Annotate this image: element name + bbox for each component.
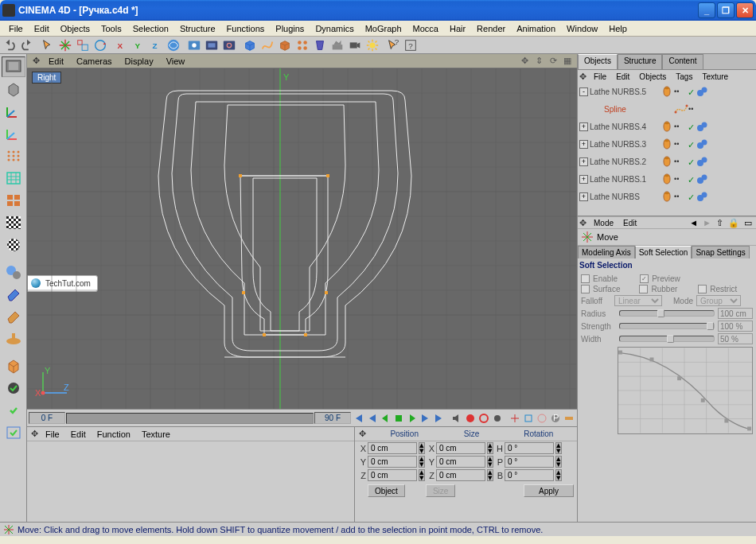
falloff-select[interactable]: Linear — [614, 295, 662, 306]
attr-tab-snap[interactable]: Snap Settings — [692, 246, 749, 258]
size-Y-input[interactable] — [436, 456, 485, 468]
key-sel[interactable] — [491, 412, 504, 425]
key-rot[interactable] — [536, 412, 548, 425]
array-tool[interactable] — [294, 37, 311, 53]
layer-dots[interactable]: •• — [674, 175, 682, 183]
attr-menu-edit[interactable]: Edit — [618, 218, 641, 228]
obj-menu-tags[interactable]: Tags — [671, 72, 697, 82]
obj-menu-objects[interactable]: Objects — [634, 72, 671, 82]
attr-lock-icon[interactable]: 🔒 — [726, 218, 742, 228]
radius-slider[interactable] — [619, 310, 715, 317]
light-tool[interactable] — [364, 37, 381, 53]
attr-menu-mode[interactable]: Mode — [589, 218, 618, 228]
select-help[interactable]: ? — [384, 37, 402, 53]
menu-structure[interactable]: Structure — [174, 22, 221, 35]
make-editable[interactable] — [2, 356, 25, 376]
tree-expand[interactable]: + — [579, 192, 588, 201]
strength-input[interactable] — [718, 321, 753, 332]
menu-animation[interactable]: Animation — [511, 22, 561, 35]
goto-end[interactable] — [433, 412, 446, 425]
size-X-input[interactable] — [436, 442, 485, 454]
move-tool[interactable] — [57, 37, 74, 53]
timeline-slider[interactable] — [66, 413, 314, 424]
attr-nav-back-icon[interactable]: ◄ — [687, 218, 700, 227]
uv-mode[interactable] — [2, 235, 25, 255]
rot-B-input[interactable] — [505, 469, 554, 481]
spline-tool[interactable] — [259, 37, 276, 53]
enable-checkbox[interactable] — [581, 274, 590, 283]
object-name[interactable]: Lathe NURBS — [590, 192, 660, 201]
tab-content[interactable]: Content — [662, 54, 703, 69]
close-button[interactable]: ✕ — [736, 2, 754, 18]
tree-row[interactable]: +Lathe NURBS •• ✓ — [578, 188, 756, 205]
viewport-layout-icon[interactable]: ▦ — [561, 56, 574, 66]
spray-tool[interactable] — [2, 306, 25, 327]
record[interactable] — [464, 412, 477, 425]
obj-menu-file[interactable]: File — [589, 72, 611, 82]
obj-menu-edit[interactable]: Edit — [611, 72, 634, 82]
size-mode-button[interactable]: Size — [426, 484, 455, 497]
snap-disable[interactable] — [2, 400, 25, 421]
pos-Y-input[interactable] — [368, 456, 417, 468]
material-menu-file[interactable]: File — [40, 429, 65, 440]
autokey[interactable] — [477, 412, 490, 425]
viewport-rotate-icon[interactable]: ⟳ — [547, 56, 559, 66]
tab-objects[interactable]: Objects — [578, 54, 618, 69]
iron-tool[interactable] — [2, 328, 25, 349]
tree-expand[interactable]: + — [579, 157, 588, 166]
pos-Y-spinner[interactable]: ▴▾ — [419, 456, 425, 468]
material-menu-edit[interactable]: Edit — [65, 429, 92, 440]
rotate-tool[interactable] — [92, 37, 109, 53]
tree-row[interactable]: -Lathe NURBS.5 •• ✓ — [578, 83, 756, 100]
layer-dots[interactable]: •• — [674, 122, 682, 130]
play-rev[interactable] — [379, 412, 392, 425]
pos-Z-spinner[interactable]: ▴▾ — [419, 469, 425, 481]
axis-mode-2[interactable] — [2, 123, 25, 144]
stop[interactable] — [392, 412, 405, 425]
phong-tag[interactable] — [696, 191, 707, 202]
tree-expand[interactable]: - — [579, 87, 588, 96]
obj-menu-icon[interactable]: ✥ — [579, 72, 589, 82]
sound-toggle[interactable] — [450, 412, 463, 425]
minimize-button[interactable]: _ — [698, 2, 715, 18]
tree-expand[interactable]: + — [579, 122, 588, 131]
rot-H-input[interactable] — [505, 442, 554, 454]
key-scale[interactable] — [522, 412, 535, 425]
menu-objects[interactable]: Objects — [55, 22, 95, 35]
viewport-menu-edit[interactable]: Edit — [43, 56, 69, 67]
select-tool[interactable] — [39, 37, 57, 53]
object-name[interactable]: Lathe NURBS.4 — [590, 122, 660, 131]
layer-dots[interactable]: •• — [674, 157, 682, 165]
attr-nav-up-icon[interactable]: ⇧ — [714, 218, 726, 228]
tree-expand[interactable]: + — [579, 175, 588, 184]
environment-tool[interactable] — [329, 37, 346, 53]
attr-menu-icon[interactable]: ✥ — [579, 218, 589, 228]
maximize-button[interactable]: ❐ — [717, 2, 735, 18]
axis-mode[interactable] — [2, 101, 25, 122]
object-name[interactable]: Lathe NURBS.1 — [590, 175, 660, 184]
nurbs-tool[interactable] — [276, 37, 294, 53]
prev-key[interactable] — [365, 412, 378, 425]
pos-X-input[interactable] — [368, 442, 417, 454]
phong-tag[interactable] — [696, 156, 707, 167]
visible-editor[interactable]: ✓ — [687, 192, 695, 200]
tab-structure[interactable]: Structure — [618, 54, 663, 69]
object-name[interactable]: Lathe NURBS.3 — [590, 140, 660, 149]
undo-button[interactable] — [1, 37, 18, 53]
help-button[interactable]: ? — [402, 37, 419, 53]
material-menu-function[interactable]: Function — [92, 429, 136, 440]
menu-help[interactable]: Help — [603, 22, 633, 35]
primitive-cube[interactable] — [241, 37, 259, 53]
width-input[interactable] — [718, 333, 753, 344]
viewport-menu-icon[interactable]: ✥ — [30, 56, 41, 66]
apply-button[interactable]: Apply — [524, 484, 574, 497]
edge-mode[interactable] — [2, 168, 25, 188]
tree-row[interactable]: +Lathe NURBS.3 •• ✓ — [578, 135, 756, 153]
y-axis-lock[interactable]: Y — [130, 37, 147, 53]
menu-render[interactable]: Render — [471, 22, 511, 35]
erase-tool[interactable] — [2, 284, 25, 305]
visible-editor[interactable]: ✓ — [687, 87, 695, 95]
rot-B-spinner[interactable]: ▴▾ — [555, 469, 562, 481]
key-param[interactable]: P — [549, 412, 562, 425]
tree-row[interactable]: +Lathe NURBS.2 •• ✓ — [578, 153, 756, 170]
